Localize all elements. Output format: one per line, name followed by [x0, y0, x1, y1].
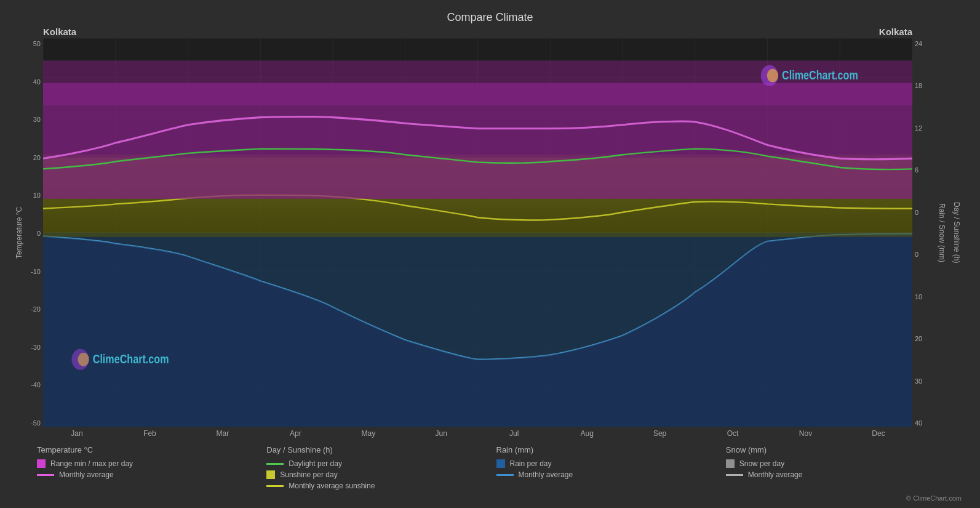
month-may: May — [335, 429, 402, 438]
svg-rect-31 — [43, 83, 912, 233]
legend-temp-range: Range min / max per day — [37, 459, 266, 468]
snow-area — [43, 83, 912, 233]
svg-point-33 — [78, 353, 89, 366]
legend-rain-avg-line — [496, 474, 514, 476]
legend-rain: Rain (mm) Rain per day Monthly average — [496, 445, 726, 490]
legend-sunshine-icon — [266, 470, 275, 479]
month-jul: Jul — [480, 429, 548, 438]
legend-rain-avg: Monthly average — [496, 470, 726, 479]
legend-daylight: Daylight per day — [266, 459, 496, 468]
svg-point-36 — [767, 69, 778, 83]
month-jan: Jan — [43, 429, 111, 438]
legend-snow-title: Snow (mm) — [726, 445, 955, 454]
city-label-left: Kolkata — [43, 26, 76, 37]
legend-temp-range-label: Range min / max per day — [50, 459, 133, 468]
legend-temp-range-box — [37, 459, 46, 468]
x-axis-labels: Jan Feb Mar Apr May Jun Jul Aug Sep Oct … — [43, 427, 912, 439]
legend-section: Temperature °C Range min / max per day M… — [12, 439, 968, 493]
legend-snow-avg-label: Monthly average — [748, 470, 803, 479]
month-mar: Mar — [189, 429, 257, 438]
legend-temp-avg-line — [37, 474, 54, 476]
month-aug: Aug — [553, 429, 621, 438]
legend-sunshine-avg-line — [266, 485, 284, 487]
city-labels: Kolkata Kolkata — [43, 26, 912, 38]
legend-rain-icon — [496, 459, 505, 468]
month-jun: Jun — [407, 429, 475, 438]
left-axis-label: Temperature °C — [12, 26, 26, 439]
legend-temperature: Temperature °C Range min / max per day M… — [37, 445, 266, 490]
legend-snow-per-day-label: Snow per day — [739, 459, 784, 468]
month-oct: Oct — [699, 429, 767, 438]
chart-svg: rain bars here — [43, 38, 912, 427]
legend-sunshine-avg-label: Monthly average sunshine — [289, 482, 375, 490]
legend-sunshine-label: Sunshine per day — [280, 470, 337, 479]
right-axis-sunshine-label: Day / Sunshine (h) — [952, 202, 961, 263]
legend-snow-icon — [726, 459, 735, 468]
svg-text:ClimeChart.com: ClimeChart.com — [782, 68, 858, 82]
legend-snow-avg-line — [726, 474, 743, 476]
rain-area: rain bars here — [43, 233, 912, 427]
right-axis-label: Day / Sunshine (h) Rain / Snow (mm) — [931, 26, 968, 439]
copyright: © ClimeChart.com — [12, 493, 968, 502]
month-apr: Apr — [261, 429, 329, 438]
legend-rain-label: Rain per day — [510, 459, 552, 468]
legend-snow-box: Snow per day — [726, 459, 955, 468]
legend-sunshine: Day / Sunshine (h) Daylight per day Suns… — [266, 445, 496, 490]
legend-daylight-line — [266, 463, 284, 465]
legend-snow: Snow (mm) Snow per day Monthly average — [726, 445, 955, 490]
chart-svg-container: rain bars here — [43, 38, 912, 427]
legend-sunshine-avg: Monthly average sunshine — [266, 482, 496, 490]
left-axis-ticks: 50 40 30 20 10 0 -10 -20 -30 -40 -50 — [26, 26, 43, 439]
legend-temp-avg-label: Monthly average — [59, 470, 114, 479]
page-container: Compare Climate Temperature °C 50 40 30 … — [0, 0, 980, 508]
chart-title: Compare Climate — [12, 6, 968, 26]
legend-sunshine-box: Sunshine per day — [266, 470, 496, 479]
right-axis-rain-label: Rain / Snow (mm) — [938, 203, 946, 262]
legend-rain-avg-label: Monthly average — [519, 470, 573, 479]
legend-rain-title: Rain (mm) — [496, 445, 726, 454]
month-feb: Feb — [116, 429, 183, 438]
legend-snow-avg: Monthly average — [726, 470, 955, 479]
legend-sunshine-title: Day / Sunshine (h) — [266, 445, 496, 454]
chart-area-wrapper: Temperature °C 50 40 30 20 10 0 -10 -20 … — [12, 26, 968, 439]
city-label-right: Kolkata — [879, 26, 912, 37]
legend-temperature-title: Temperature °C — [37, 445, 266, 454]
legend-rain-box: Rain per day — [496, 459, 726, 468]
legend-temp-avg: Monthly average — [37, 470, 266, 479]
legend-daylight-label: Daylight per day — [289, 459, 342, 468]
chart-main: Kolkata Kolkata — [43, 26, 912, 439]
month-dec: Dec — [845, 429, 912, 438]
svg-text:ClimeChart.com: ClimeChart.com — [93, 352, 169, 366]
right-axis-ticks-top: 24 18 12 6 0 0 10 20 30 40 — [912, 26, 931, 439]
month-sep: Sep — [626, 429, 694, 438]
month-nov: Nov — [772, 429, 840, 438]
